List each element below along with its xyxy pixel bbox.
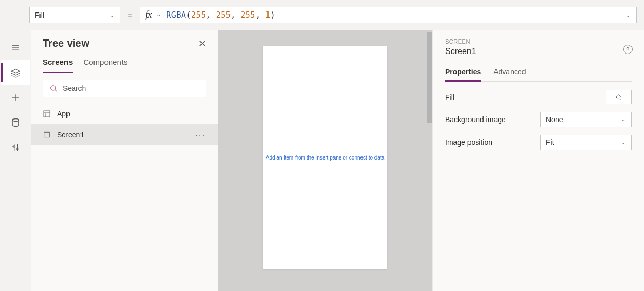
property-selector-text: Fill [35,11,44,19]
formula-input[interactable]: fx ⌄ RGBA(255, 255, 255, 1) ⌄ [140,7,637,23]
property-selector[interactable]: Fill ⌄ [29,7,120,23]
help-icon[interactable]: ? [623,45,633,54]
props-tabs: Properties Advanced [445,65,632,82]
app-icon [43,110,51,118]
prop-row-image-position: Image position Fit ⌄ [445,135,632,150]
canvas-hint-text: Add an item from the Insert pane or conn… [266,155,384,161]
formula-bar: Fill ⌄ = fx ⌄ RGBA(255, 255, 255, 1) ⌄ [0,0,644,30]
tab-properties[interactable]: Properties [445,65,481,82]
chevron-down-icon: ⌄ [110,12,115,18]
svg-marker-3 [11,69,20,73]
search-placeholder: Search [63,84,86,92]
tree-item-label: Screen1 [57,130,84,139]
fx-icon: fx [145,9,151,20]
selected-object-name: Screen1 [445,47,632,56]
more-options-icon[interactable]: ··· [195,130,206,139]
tab-components[interactable]: Components [83,55,127,73]
properties-panel: SCREEN Screen1 ? Properties Advanced Fil… [432,30,644,291]
hamburger-menu-icon[interactable] [1,35,30,60]
prop-label: Background image [445,115,506,124]
svg-point-11 [51,86,56,90]
image-position-select[interactable]: Fit ⌄ [540,135,632,150]
prop-row-fill: Fill [445,90,632,104]
chevron-down-icon[interactable]: ⌄ [626,12,631,18]
tree-item-screen1[interactable]: Screen1 ··· [31,124,218,145]
equals-symbol: = [126,10,135,20]
search-input[interactable]: Search [43,80,206,97]
paint-bucket-icon [615,94,622,101]
svg-rect-16 [44,132,50,137]
search-icon [49,84,58,92]
background-image-select[interactable]: None ⌄ [540,112,632,127]
data-icon[interactable] [1,110,30,135]
breadcrumb: SCREEN [445,38,632,45]
tools-icon[interactable] [1,135,30,160]
svg-line-12 [55,90,57,91]
tree-view-title: Tree view [43,37,89,49]
prop-row-background-image: Background image None ⌄ [445,112,632,127]
left-rail [0,30,31,291]
tab-advanced[interactable]: Advanced [493,65,526,81]
main-layout: Tree view ✕ Screens Components Search Ap… [0,30,644,291]
chevron-down-icon: ⌄ [621,140,626,145]
select-value: Fit [546,138,554,147]
tree-list: App Screen1 ··· [31,103,218,145]
svg-point-6 [12,119,19,122]
treeview-icon[interactable] [1,60,30,85]
insert-icon[interactable] [1,85,30,110]
prop-label: Fill [445,93,454,101]
tab-screens[interactable]: Screens [43,55,73,73]
screen-icon [43,130,51,139]
chevron-down-icon[interactable]: ⌄ [156,12,161,17]
close-icon[interactable]: ✕ [198,38,206,49]
canvas-area[interactable]: Add an item from the Insert pane or conn… [218,30,432,291]
tree-view-panel: Tree view ✕ Screens Components Search Ap… [31,30,218,291]
scrollbar[interactable] [427,32,432,289]
prop-label: Image position [445,138,492,147]
tree-tabs: Screens Components [31,55,218,73]
chevron-down-icon: ⌄ [621,117,626,122]
svg-rect-13 [44,111,50,117]
phone-canvas[interactable]: Add an item from the Insert pane or conn… [263,46,387,269]
formula-text: RGBA(255, 255, 255, 1) [166,10,275,20]
tree-item-label: App [57,110,70,118]
fill-color-button[interactable] [606,90,632,104]
tree-item-app[interactable]: App [31,103,218,124]
select-value: None [546,115,563,124]
